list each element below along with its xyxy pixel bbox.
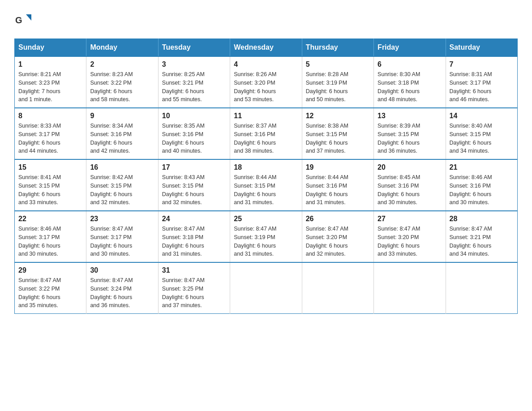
day-number: 25	[234, 215, 298, 223]
day-number: 7	[450, 60, 514, 68]
calendar-cell: 12Sunrise: 8:38 AMSunset: 3:15 PMDayligh…	[302, 108, 373, 159]
day-info: Sunrise: 8:21 AMSunset: 3:23 PMDaylight:…	[18, 70, 82, 104]
calendar-cell: 26Sunrise: 8:47 AMSunset: 3:20 PMDayligh…	[302, 211, 373, 262]
calendar-cell	[302, 262, 373, 314]
calendar-cell: 19Sunrise: 8:44 AMSunset: 3:16 PMDayligh…	[302, 159, 373, 211]
calendar-cell: 29Sunrise: 8:47 AMSunset: 3:22 PMDayligh…	[15, 262, 86, 314]
calendar-header-wednesday: Wednesday	[230, 39, 302, 57]
day-number: 15	[18, 163, 82, 171]
calendar-header-friday: Friday	[374, 39, 446, 57]
calendar-cell: 31Sunrise: 8:47 AMSunset: 3:25 PMDayligh…	[158, 262, 230, 314]
day-info: Sunrise: 8:43 AMSunset: 3:15 PMDaylight:…	[162, 173, 226, 207]
calendar-cell: 14Sunrise: 8:40 AMSunset: 3:15 PMDayligh…	[446, 108, 517, 159]
day-number: 1	[18, 60, 82, 68]
day-number: 3	[162, 60, 226, 68]
calendar-week-1: 1Sunrise: 8:21 AMSunset: 3:23 PMDaylight…	[15, 56, 518, 108]
calendar-cell: 10Sunrise: 8:35 AMSunset: 3:16 PMDayligh…	[158, 108, 230, 159]
calendar-cell: 21Sunrise: 8:46 AMSunset: 3:16 PMDayligh…	[446, 159, 517, 211]
day-info: Sunrise: 8:31 AMSunset: 3:17 PMDaylight:…	[450, 70, 514, 104]
svg-marker-1	[26, 14, 31, 21]
calendar-cell: 30Sunrise: 8:47 AMSunset: 3:24 PMDayligh…	[86, 262, 158, 314]
day-info: Sunrise: 8:33 AMSunset: 3:17 PMDaylight:…	[18, 122, 82, 155]
day-number: 24	[162, 215, 226, 223]
day-number: 14	[450, 112, 514, 120]
day-number: 5	[306, 60, 370, 68]
day-info: Sunrise: 8:47 AMSunset: 3:20 PMDaylight:…	[306, 225, 370, 258]
day-number: 26	[306, 215, 370, 223]
calendar-header-monday: Monday	[86, 39, 158, 57]
calendar-header-row: SundayMondayTuesdayWednesdayThursdayFrid…	[15, 39, 518, 57]
day-number: 19	[306, 163, 370, 171]
day-info: Sunrise: 8:47 AMSunset: 3:25 PMDaylight:…	[162, 276, 226, 310]
calendar-week-5: 29Sunrise: 8:47 AMSunset: 3:22 PMDayligh…	[15, 262, 518, 314]
day-info: Sunrise: 8:44 AMSunset: 3:15 PMDaylight:…	[234, 173, 298, 207]
calendar-cell: 11Sunrise: 8:37 AMSunset: 3:16 PMDayligh…	[230, 108, 302, 159]
day-info: Sunrise: 8:46 AMSunset: 3:16 PMDaylight:…	[450, 173, 514, 207]
day-number: 6	[378, 60, 442, 68]
day-number: 13	[378, 112, 442, 120]
logo: G	[14, 11, 36, 30]
day-info: Sunrise: 8:47 AMSunset: 3:18 PMDaylight:…	[162, 225, 226, 258]
day-info: Sunrise: 8:41 AMSunset: 3:15 PMDaylight:…	[18, 173, 82, 207]
day-number: 4	[234, 60, 298, 68]
logo-icon: G	[14, 11, 34, 30]
day-info: Sunrise: 8:23 AMSunset: 3:22 PMDaylight:…	[90, 70, 154, 104]
day-number: 21	[450, 163, 514, 171]
calendar-cell: 24Sunrise: 8:47 AMSunset: 3:18 PMDayligh…	[158, 211, 230, 262]
day-number: 9	[90, 112, 154, 120]
calendar-cell: 7Sunrise: 8:31 AMSunset: 3:17 PMDaylight…	[446, 56, 517, 108]
day-info: Sunrise: 8:47 AMSunset: 3:19 PMDaylight:…	[234, 225, 298, 258]
day-number: 27	[378, 215, 442, 223]
calendar-cell: 6Sunrise: 8:30 AMSunset: 3:18 PMDaylight…	[374, 56, 446, 108]
day-info: Sunrise: 8:45 AMSunset: 3:16 PMDaylight:…	[378, 173, 442, 207]
calendar-cell: 8Sunrise: 8:33 AMSunset: 3:17 PMDaylight…	[15, 108, 86, 159]
calendar-header-tuesday: Tuesday	[158, 39, 230, 57]
calendar-cell: 13Sunrise: 8:39 AMSunset: 3:15 PMDayligh…	[374, 108, 446, 159]
calendar-table: SundayMondayTuesdayWednesdayThursdayFrid…	[14, 39, 518, 314]
day-info: Sunrise: 8:47 AMSunset: 3:17 PMDaylight:…	[90, 225, 154, 258]
svg-text:G: G	[15, 15, 22, 25]
day-number: 30	[90, 266, 154, 274]
calendar-week-2: 8Sunrise: 8:33 AMSunset: 3:17 PMDaylight…	[15, 108, 518, 159]
day-number: 2	[90, 60, 154, 68]
day-info: Sunrise: 8:44 AMSunset: 3:16 PMDaylight:…	[306, 173, 370, 207]
calendar-cell: 4Sunrise: 8:26 AMSunset: 3:20 PMDaylight…	[230, 56, 302, 108]
day-info: Sunrise: 8:26 AMSunset: 3:20 PMDaylight:…	[234, 70, 298, 104]
day-number: 31	[162, 266, 226, 274]
calendar-cell: 5Sunrise: 8:28 AMSunset: 3:19 PMDaylight…	[302, 56, 373, 108]
day-number: 10	[162, 112, 226, 120]
calendar-cell: 2Sunrise: 8:23 AMSunset: 3:22 PMDaylight…	[86, 56, 158, 108]
calendar-cell: 22Sunrise: 8:46 AMSunset: 3:17 PMDayligh…	[15, 211, 86, 262]
calendar-cell: 25Sunrise: 8:47 AMSunset: 3:19 PMDayligh…	[230, 211, 302, 262]
day-info: Sunrise: 8:34 AMSunset: 3:16 PMDaylight:…	[90, 122, 154, 155]
calendar-cell	[446, 262, 517, 314]
day-number: 18	[234, 163, 298, 171]
calendar-cell: 9Sunrise: 8:34 AMSunset: 3:16 PMDaylight…	[86, 108, 158, 159]
day-info: Sunrise: 8:46 AMSunset: 3:17 PMDaylight:…	[18, 225, 82, 258]
day-info: Sunrise: 8:47 AMSunset: 3:24 PMDaylight:…	[90, 276, 154, 310]
calendar-cell: 1Sunrise: 8:21 AMSunset: 3:23 PMDaylight…	[15, 56, 86, 108]
calendar-cell: 23Sunrise: 8:47 AMSunset: 3:17 PMDayligh…	[86, 211, 158, 262]
calendar-cell: 28Sunrise: 8:47 AMSunset: 3:21 PMDayligh…	[446, 211, 517, 262]
day-number: 8	[18, 112, 82, 120]
day-number: 16	[90, 163, 154, 171]
day-number: 29	[18, 266, 82, 274]
day-number: 12	[306, 112, 370, 120]
page-header: G	[14, 11, 518, 30]
day-info: Sunrise: 8:47 AMSunset: 3:21 PMDaylight:…	[450, 225, 514, 258]
calendar-cell: 3Sunrise: 8:25 AMSunset: 3:21 PMDaylight…	[158, 56, 230, 108]
day-number: 17	[162, 163, 226, 171]
calendar-week-3: 15Sunrise: 8:41 AMSunset: 3:15 PMDayligh…	[15, 159, 518, 211]
calendar-cell: 16Sunrise: 8:42 AMSunset: 3:15 PMDayligh…	[86, 159, 158, 211]
calendar-week-4: 22Sunrise: 8:46 AMSunset: 3:17 PMDayligh…	[15, 211, 518, 262]
day-number: 23	[90, 215, 154, 223]
day-info: Sunrise: 8:25 AMSunset: 3:21 PMDaylight:…	[162, 70, 226, 104]
calendar-cell: 20Sunrise: 8:45 AMSunset: 3:16 PMDayligh…	[374, 159, 446, 211]
day-info: Sunrise: 8:30 AMSunset: 3:18 PMDaylight:…	[378, 70, 442, 104]
day-number: 22	[18, 215, 82, 223]
calendar-cell: 18Sunrise: 8:44 AMSunset: 3:15 PMDayligh…	[230, 159, 302, 211]
calendar-header-saturday: Saturday	[446, 39, 517, 57]
day-number: 28	[450, 215, 514, 223]
calendar-cell	[230, 262, 302, 314]
day-info: Sunrise: 8:40 AMSunset: 3:15 PMDaylight:…	[450, 122, 514, 155]
